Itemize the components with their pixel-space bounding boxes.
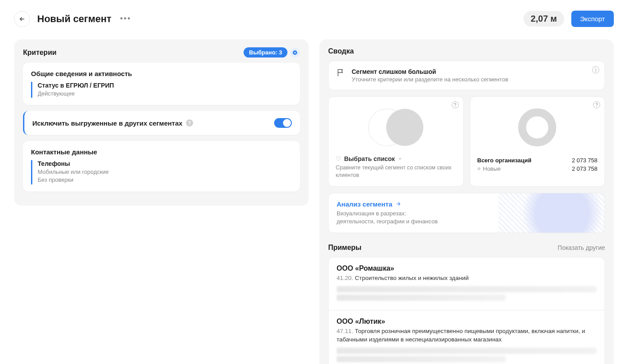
new-orgs-value: 2 073 758 — [572, 165, 597, 172]
compare-description: Сравните текущий сегмент со списком свои… — [336, 164, 456, 179]
export-button[interactable]: Экспорт — [571, 11, 614, 27]
criteria-item-value: Действующее — [38, 90, 292, 98]
show-other-button[interactable]: Показать другие — [558, 244, 605, 251]
page-header: Новый сегмент ••• 2,07 м Экспорт — [14, 11, 614, 27]
selected-count-pill[interactable]: Выбрано: 3 — [244, 47, 287, 57]
alert-title: Сегмент слишком большой — [352, 68, 508, 75]
heart-icon: ♡ — [336, 155, 341, 162]
blurred-meta — [337, 295, 506, 301]
select-list-label: Выбрать список — [344, 155, 395, 162]
blurred-meta — [337, 356, 506, 362]
summary-title: Сводка — [328, 47, 354, 55]
examples-title: Примеры — [328, 244, 361, 252]
criteria-title: Критерии — [23, 49, 57, 57]
help-icon[interactable]: ? — [452, 101, 459, 108]
example-activity: Торговля розничная преимущественно пищев… — [337, 328, 585, 343]
criteria-group-contacts[interactable]: Контактные данные Телефоны Мобильные или… — [23, 141, 300, 191]
examples-list: ООО «Ромашка» 41.20. Строительство жилых… — [328, 257, 605, 364]
blurred-address — [337, 348, 597, 354]
legend-dot-icon — [477, 167, 481, 170]
criteria-item-status[interactable]: Статус в ЕГРЮЛ / ЕГРИП Действующее — [31, 82, 292, 98]
criteria-item-value: Мобильные или городские — [38, 168, 292, 176]
segment-too-large-alert: Сегмент слишком большой Уточните критери… — [328, 61, 605, 90]
blurred-address — [337, 286, 597, 292]
arrow-right-icon — [395, 201, 401, 207]
chevron-down-icon — [398, 157, 402, 161]
example-name: ООО «Лютик» — [337, 318, 597, 326]
criteria-group-general[interactable]: Общие сведения и активность Статус в ЕГР… — [23, 63, 300, 105]
criteria-item-value: Без проверки — [38, 176, 292, 184]
analysis-link[interactable]: Анализ сегмента — [337, 200, 392, 208]
criteria-panel: Критерии Выбрано: 3 Общие сведения и акт… — [14, 39, 309, 206]
back-button[interactable] — [14, 11, 30, 27]
alert-subtitle: Уточните критерии или разделите на неско… — [352, 76, 508, 83]
criteria-item-phones[interactable]: Телефоны Мобильные или городские Без про… — [31, 160, 292, 184]
close-icon — [293, 50, 297, 55]
criteria-item-title: Телефоны — [38, 160, 292, 167]
example-item[interactable]: ООО «Ромашка» 41.20. Строительство жилых… — [329, 257, 605, 310]
summary-panel: Сводка Сегмент слишком большой Уточните … — [319, 39, 614, 364]
help-icon[interactable]: ? — [593, 101, 600, 108]
example-okved-code: 41.20. — [337, 275, 353, 281]
total-orgs-label: Всего организаций — [477, 157, 532, 164]
criteria-item-title: Статус в ЕГРЮЛ / ЕГРИП — [38, 82, 292, 89]
criteria-group-title: Общие сведения и активность — [31, 70, 292, 77]
example-name: ООО «Ромашка» — [337, 264, 597, 272]
ellipsis-icon: ••• — [120, 14, 131, 23]
example-okved-code: 47.11. — [337, 328, 353, 334]
svg-point-2 — [386, 109, 423, 146]
help-icon[interactable]: ? — [186, 119, 193, 126]
svg-point-3 — [522, 112, 552, 142]
analysis-card[interactable]: Анализ сегмента Визуализация в разрезах:… — [328, 193, 605, 233]
exclude-exported-toggle-card: Исключить выгруженные в других сегментах… — [23, 111, 300, 135]
more-options-button[interactable]: ••• — [118, 12, 132, 26]
flag-icon — [337, 68, 345, 77]
segment-count-badge: 2,07 м — [523, 11, 564, 27]
clear-selection-button[interactable] — [290, 48, 300, 57]
totals-card: ? Всего организаций 2 073 758 Новые — [470, 96, 605, 187]
arrow-left-icon — [19, 15, 26, 23]
new-orgs-label: Новые — [483, 165, 501, 172]
criteria-group-title: Контактные данные — [31, 148, 292, 156]
total-orgs-value: 2 073 758 — [572, 157, 597, 164]
compare-card: ? ♡ Выбрать список Сравните т — [328, 96, 464, 187]
page-title: Новый сегмент — [37, 13, 111, 25]
select-list-button[interactable]: ♡ Выбрать список — [336, 155, 456, 162]
example-item[interactable]: ООО «Лютик» 47.11. Торговля розничная пр… — [329, 310, 605, 364]
venn-diagram-icon — [361, 105, 431, 149]
toggle-label: Исключить выгруженные в других сегментах — [32, 119, 182, 127]
info-icon[interactable]: i — [592, 66, 599, 73]
example-activity: Строительство жилых и нежилых зданий — [355, 275, 469, 281]
map-decoration — [498, 193, 605, 233]
donut-chart-icon — [517, 107, 557, 147]
exclude-exported-switch[interactable] — [274, 118, 292, 128]
